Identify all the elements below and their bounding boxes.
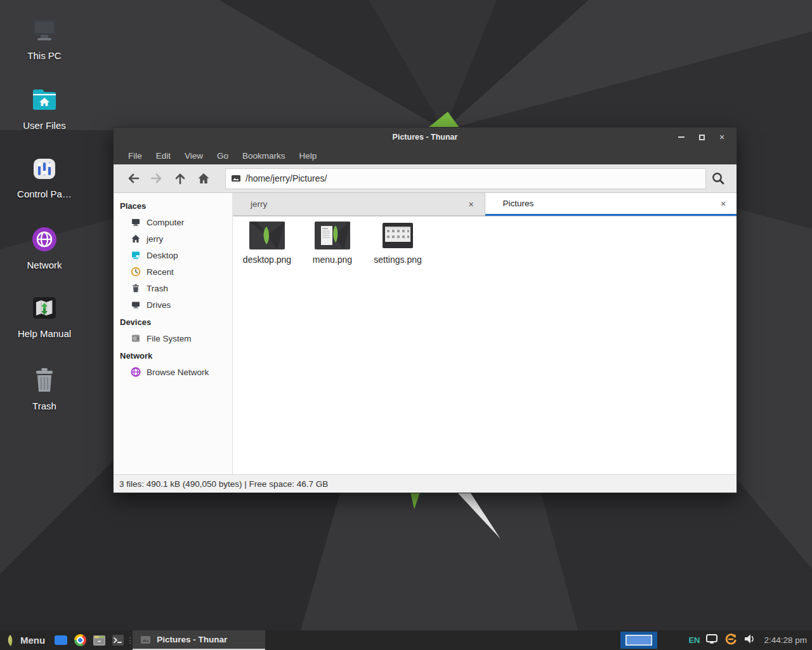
- path-bar[interactable]: /home/jerry/Pictures/: [225, 168, 706, 189]
- desktop-icon-control-panel[interactable]: Control Pa…: [9, 155, 80, 199]
- keyboard-layout-indicator[interactable]: EN: [688, 635, 700, 645]
- menu-button-label: Menu: [20, 635, 45, 646]
- sidebar-item-desktop[interactable]: Desktop: [114, 247, 232, 263]
- show-desktop-button[interactable]: [51, 630, 70, 650]
- forward-button[interactable]: [145, 168, 168, 189]
- browser-launcher[interactable]: [70, 630, 89, 650]
- taskbar-window-button[interactable]: Pictures - Thunar: [133, 630, 265, 650]
- image-thumbnail: [315, 222, 350, 252]
- workspace-switcher[interactable]: [620, 632, 657, 649]
- path-text: /home/jerry/Pictures/: [246, 173, 327, 183]
- tab-label: Pictures: [503, 199, 534, 208]
- menu-bookmarks[interactable]: Bookmarks: [235, 149, 292, 163]
- taskbar: Menu Pictures - Thunar EN 2:44:28 pm: [0, 630, 812, 650]
- home-folder-icon: [29, 85, 60, 117]
- maximize-button[interactable]: [695, 130, 709, 144]
- tab-close-icon[interactable]: ×: [717, 199, 729, 209]
- back-arrow-icon: [126, 171, 140, 185]
- desktop-icon-help-manual[interactable]: Help Manual: [9, 293, 80, 339]
- clock[interactable]: 2:44:28 pm: [764, 635, 807, 645]
- sidebar-item-recent[interactable]: Recent: [114, 263, 232, 280]
- taskbar-separator: [128, 630, 133, 650]
- desktop-icon-trash[interactable]: Trash: [9, 366, 80, 411]
- speaker-icon: [743, 633, 756, 644]
- menu-help[interactable]: Help: [292, 149, 324, 163]
- sidebar-header-devices: Devices: [114, 313, 232, 330]
- mint-logo-icon: [5, 633, 16, 647]
- tab-close-icon[interactable]: ×: [466, 199, 477, 209]
- display-tray-button[interactable]: [705, 633, 718, 647]
- menu-button[interactable]: Menu: [0, 630, 51, 650]
- active-workspace[interactable]: [625, 635, 652, 646]
- search-button[interactable]: [706, 168, 730, 189]
- toolbar: /home/jerry/Pictures/: [114, 164, 737, 193]
- file-cabinet-icon: [93, 634, 106, 646]
- window-controls: ×: [674, 130, 737, 144]
- tab-pictures[interactable]: Pictures ×: [485, 193, 737, 216]
- browse-network-icon: [131, 367, 141, 377]
- desktop-icon: [131, 250, 141, 260]
- sidebar-item-label: Desktop: [147, 251, 178, 260]
- sidebar-item-drives[interactable]: Drives: [114, 296, 232, 313]
- sidebar-item-file-system[interactable]: File System: [114, 330, 232, 347]
- volume-tray-button[interactable]: [743, 633, 756, 647]
- up-button[interactable]: [168, 168, 192, 189]
- sidebar-item-jerry[interactable]: jerry: [114, 230, 232, 247]
- update-refresh-icon: [724, 632, 738, 646]
- sidebar-item-label: Drives: [147, 300, 171, 310]
- close-icon: ×: [719, 132, 724, 142]
- menu-view[interactable]: View: [178, 149, 210, 163]
- recent-clock-icon: [131, 267, 141, 277]
- file-item-menu-png[interactable]: menu.png: [301, 222, 364, 265]
- file-name: menu.png: [301, 255, 364, 265]
- computer-icon: [131, 217, 141, 227]
- sidebar-item-label: Trash: [147, 284, 168, 293]
- image-thumbnail: [249, 222, 285, 252]
- sidebar-item-label: jerry: [147, 234, 163, 244]
- back-button[interactable]: [121, 168, 145, 189]
- sidebar-item-label: File System: [147, 334, 192, 343]
- search-icon: [710, 171, 726, 186]
- titlebar[interactable]: Pictures - Thunar ×: [114, 128, 737, 147]
- image-file-icon: [231, 174, 241, 183]
- tab-label: jerry: [251, 199, 267, 209]
- desktop-icon-network[interactable]: Network: [9, 225, 80, 270]
- sidebar-item-computer[interactable]: Computer: [114, 214, 232, 230]
- file-item-settings-png[interactable]: settings.png: [366, 222, 429, 265]
- desktop-icon-label: This PC: [9, 50, 80, 61]
- file-name: settings.png: [366, 255, 429, 265]
- desktop-icon-user-files[interactable]: User Files: [9, 85, 80, 131]
- minimize-icon: [678, 136, 684, 138]
- menubar: File Edit View Go Bookmarks Help: [114, 147, 737, 164]
- system-tray: EN 2:44:28 pm: [620, 630, 812, 650]
- update-manager-tray-button[interactable]: [724, 632, 738, 649]
- menu-file[interactable]: File: [121, 149, 149, 163]
- window-title: Pictures - Thunar: [114, 133, 737, 142]
- close-button[interactable]: ×: [715, 130, 729, 144]
- sidebar-item-label: Browse Network: [147, 368, 209, 377]
- home-button[interactable]: [192, 168, 215, 189]
- file-view[interactable]: desktop.png menu.png settings.png: [233, 216, 737, 474]
- control-panel-icon: [29, 155, 60, 185]
- tab-bar: jerry × Pictures ×: [233, 193, 737, 216]
- file-name: desktop.png: [235, 255, 299, 265]
- image-thumbnail: [380, 222, 416, 252]
- file-manager-launcher[interactable]: [89, 630, 108, 650]
- menu-edit[interactable]: Edit: [149, 149, 178, 163]
- terminal-launcher[interactable]: [108, 630, 128, 650]
- maximize-icon: [699, 135, 705, 140]
- minimize-button[interactable]: [674, 130, 688, 144]
- sidebar-header-places: Places: [114, 197, 232, 214]
- tab-jerry[interactable]: jerry ×: [233, 193, 485, 216]
- main-pane: jerry × Pictures × desktop.png: [233, 193, 737, 474]
- help-manual-icon: [29, 293, 60, 325]
- sidebar-item-browse-network[interactable]: Browse Network: [114, 364, 232, 380]
- forward-arrow-icon: [150, 171, 164, 185]
- network-globe-icon: [29, 225, 60, 256]
- desktop-icon-this-pc[interactable]: This PC: [9, 17, 80, 61]
- sidebar-item-trash[interactable]: Trash: [114, 280, 232, 296]
- file-item-desktop-png[interactable]: desktop.png: [235, 222, 299, 265]
- menu-go[interactable]: Go: [210, 149, 235, 163]
- status-text: 3 files: 490.1 kB (490,050 bytes) | Free…: [119, 479, 328, 489]
- desktop-icon-label: Trash: [9, 401, 80, 411]
